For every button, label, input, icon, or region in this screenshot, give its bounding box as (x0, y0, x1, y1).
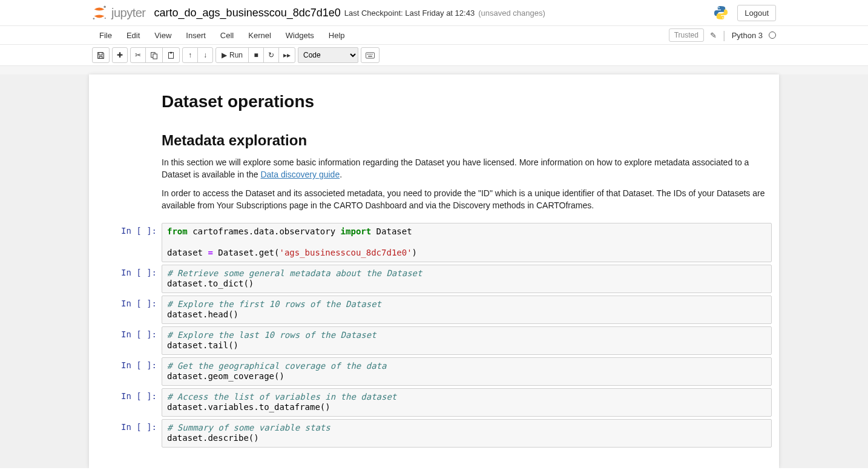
svg-point-0 (104, 5, 106, 8)
plus-icon: ✚ (117, 51, 123, 59)
svg-rect-13 (372, 54, 372, 55)
fast-forward-icon: ▸▸ (283, 51, 291, 59)
input-prompt: In [ ]: (96, 326, 162, 355)
copy-button[interactable] (145, 47, 163, 63)
interrupt-button[interactable]: ■ (248, 47, 264, 63)
code-input[interactable]: # Explore the last 10 rows of the Datase… (162, 326, 772, 355)
code-input[interactable]: # Summary of some variable stats dataset… (162, 419, 772, 448)
input-prompt: In [ ]: (96, 265, 162, 293)
move-down-button[interactable]: ↓ (197, 47, 213, 63)
menu-insert[interactable]: Insert (179, 27, 213, 44)
code-cell-tail[interactable]: In [ ]: # Explore the last 10 rows of th… (96, 326, 772, 355)
restart-icon: ↻ (268, 51, 274, 59)
paste-button[interactable] (162, 47, 180, 63)
code-cell-describe[interactable]: In [ ]: # Summary of some variable stats… (96, 419, 772, 448)
code-cell-head[interactable]: In [ ]: # Explore the first 10 rows of t… (96, 296, 772, 324)
svg-rect-10 (367, 54, 368, 55)
run-icon: ▶ (222, 51, 227, 59)
input-prompt: In [ ]: (96, 388, 162, 417)
jupyter-logo-icon (91, 4, 108, 21)
svg-point-2 (105, 18, 106, 19)
code-cell-import[interactable]: In [ ]: from cartoframes.data.observator… (96, 223, 772, 262)
heading-dataset-operations: Dataset operations (162, 92, 769, 111)
separator: | (723, 29, 726, 42)
move-up-button[interactable]: ↑ (182, 47, 198, 63)
menu-kernel[interactable]: Kernel (241, 27, 278, 44)
menu-widgets[interactable]: Widgets (278, 27, 321, 44)
menubar: File Edit View Insert Cell Kernel Widget… (0, 26, 868, 45)
input-prompt: In [ ]: (96, 296, 162, 324)
svg-rect-6 (153, 54, 157, 59)
save-button[interactable] (92, 47, 110, 63)
code-input[interactable]: from cartoframes.data.observatory import… (162, 223, 772, 262)
logout-button[interactable]: Logout (737, 5, 776, 21)
command-palette-button[interactable] (361, 47, 380, 63)
kernel-name[interactable]: Python 3 (732, 31, 763, 40)
keyboard-icon (366, 52, 375, 59)
header-bar: jupyter carto_do_ags_businesscou_8dc7d1e… (0, 0, 868, 26)
menu-file[interactable]: File (92, 27, 119, 44)
copy-icon (150, 51, 158, 59)
data-discovery-guide-link[interactable]: Data discovery guide (260, 170, 340, 179)
toolbar: ✚ ✂ ↑ ↓ ▶Run ■ ↻ ▸▸ Code (0, 45, 868, 66)
svg-point-1 (93, 18, 95, 19)
heading-metadata-exploration: Metadata exploration (162, 132, 769, 149)
trusted-badge[interactable]: Trusted (669, 28, 704, 42)
notebook-name[interactable]: carto_do_ags_businesscou_8dc7d1e0 (154, 7, 341, 19)
notebook-container: Dataset operations Metadata exploration … (89, 74, 779, 468)
run-button[interactable]: ▶Run (215, 47, 249, 63)
arrow-up-icon: ↑ (188, 51, 192, 59)
paste-icon (167, 51, 175, 59)
svg-point-4 (723, 17, 724, 18)
input-prompt: In [ ]: (96, 419, 162, 448)
jupyter-logo[interactable]: jupyter (91, 4, 146, 21)
save-icon (97, 51, 105, 59)
prompt-empty (96, 78, 162, 220)
restart-run-all-button[interactable]: ▸▸ (278, 47, 295, 63)
checkpoint-status: Last Checkpoint: Last Friday at 12:43 (344, 8, 475, 18)
svg-rect-8 (170, 51, 172, 53)
restart-button[interactable]: ↻ (263, 47, 279, 63)
cut-button[interactable]: ✂ (130, 47, 146, 63)
code-input[interactable]: # Explore the first 10 rows of the Datas… (162, 296, 772, 324)
paragraph-id-info: In order to access the Dataset and its a… (162, 187, 769, 212)
run-label: Run (229, 51, 243, 59)
unsaved-status: (unsaved changes) (478, 8, 545, 18)
svg-rect-9 (366, 52, 374, 58)
svg-point-3 (718, 7, 720, 8)
stop-icon: ■ (254, 51, 258, 59)
code-cell-variables[interactable]: In [ ]: # Access the list of variables i… (96, 388, 772, 417)
svg-rect-11 (369, 54, 369, 55)
menu-help[interactable]: Help (321, 27, 352, 44)
cut-icon: ✂ (135, 51, 141, 59)
markdown-cell[interactable]: Dataset operations Metadata exploration … (96, 78, 772, 220)
arrow-down-icon: ↓ (203, 51, 207, 59)
svg-rect-12 (370, 54, 371, 55)
code-input[interactable]: # Get the geographical coverage of the d… (162, 357, 772, 386)
jupyter-logo-text: jupyter (111, 6, 146, 20)
svg-rect-14 (368, 56, 372, 56)
insert-cell-button[interactable]: ✚ (112, 47, 128, 63)
paragraph-intro: In this section we will explore some bas… (162, 156, 769, 181)
code-input[interactable]: # Retrieve some general metadata about t… (162, 265, 772, 293)
menu-edit[interactable]: Edit (119, 27, 147, 44)
code-cell-to-dict[interactable]: In [ ]: # Retrieve some general metadata… (96, 265, 772, 293)
code-cell-geom-coverage[interactable]: In [ ]: # Get the geographical coverage … (96, 357, 772, 386)
code-input[interactable]: # Access the list of variables in the da… (162, 388, 772, 417)
input-prompt: In [ ]: (96, 223, 162, 262)
celltype-select[interactable]: Code (298, 47, 358, 63)
menu-view[interactable]: View (147, 27, 179, 44)
menu-cell[interactable]: Cell (213, 27, 241, 44)
kernel-idle-icon (769, 31, 776, 39)
pencil-icon[interactable]: ✎ (710, 31, 717, 40)
python-logo-icon (713, 5, 729, 21)
input-prompt: In [ ]: (96, 357, 162, 386)
